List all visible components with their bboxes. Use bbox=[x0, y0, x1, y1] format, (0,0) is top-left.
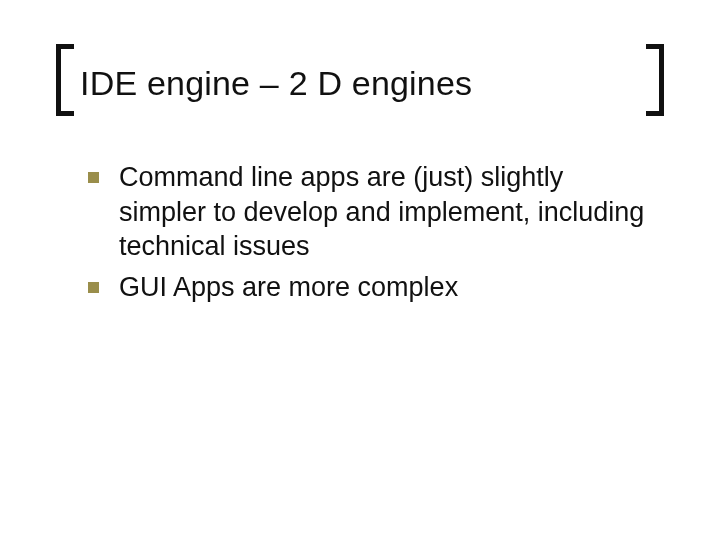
right-bracket-icon bbox=[646, 44, 664, 116]
square-bullet-icon bbox=[88, 282, 99, 293]
slide-body: Command line apps are (just) slightly si… bbox=[88, 160, 650, 310]
bullet-text: Command line apps are (just) slightly si… bbox=[119, 160, 650, 264]
slide: IDE engine – 2 D engines Command line ap… bbox=[0, 0, 720, 540]
slide-title: IDE engine – 2 D engines bbox=[80, 64, 640, 103]
left-bracket-icon bbox=[56, 44, 74, 116]
list-item: Command line apps are (just) slightly si… bbox=[88, 160, 650, 264]
title-wrap: IDE engine – 2 D engines bbox=[56, 44, 664, 116]
list-item: GUI Apps are more complex bbox=[88, 270, 650, 305]
square-bullet-icon bbox=[88, 172, 99, 183]
bullet-text: GUI Apps are more complex bbox=[119, 270, 650, 305]
